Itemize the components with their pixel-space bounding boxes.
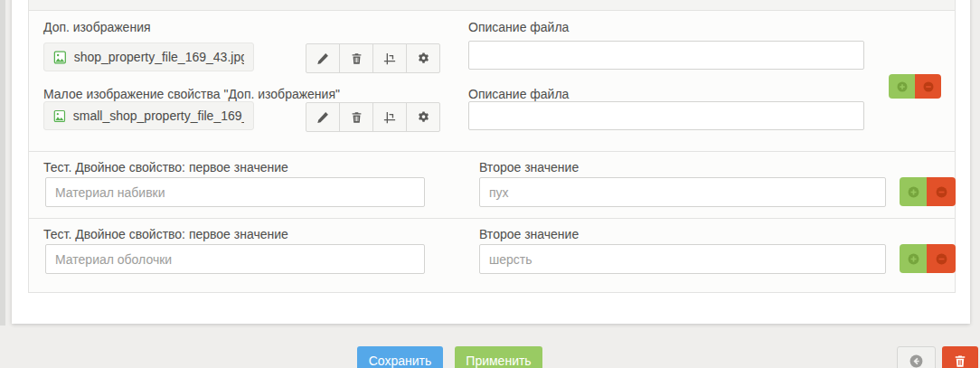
delete-file-button[interactable]	[339, 43, 373, 73]
remove-value-button[interactable]	[915, 74, 941, 99]
pencil-icon	[316, 52, 329, 65]
edit-file-button[interactable]	[306, 43, 340, 73]
second-value-input[interactable]	[479, 244, 886, 274]
file-toolbar	[306, 43, 440, 73]
delete-object-button[interactable]	[942, 346, 978, 368]
arrow-circle-left-icon	[909, 354, 924, 368]
first-value-label: Тест. Двойное свойство: первое значение	[43, 160, 288, 175]
file-row-controls	[889, 74, 941, 99]
sidebar-edge	[0, 0, 5, 326]
trash-icon	[954, 354, 966, 368]
crop-file-button[interactable]	[372, 102, 407, 132]
file-description-label: Описание файла	[468, 20, 569, 34]
file-name: small_shop_property_file_169_...	[73, 109, 244, 123]
file-description-label: Описание файла	[468, 87, 569, 101]
file-description-input[interactable]	[468, 101, 864, 130]
apply-button[interactable]: Применить	[455, 346, 542, 368]
plus-circle-icon	[896, 80, 909, 93]
back-button[interactable]	[897, 346, 936, 368]
crop-file-button[interactable]	[372, 43, 407, 73]
crop-icon	[383, 111, 396, 124]
minus-circle-icon	[922, 80, 935, 93]
file-toolbar	[306, 102, 440, 132]
pencil-icon	[316, 111, 329, 124]
second-value-label: Второе значение	[479, 227, 579, 241]
row-controls	[900, 244, 956, 273]
gear-icon	[417, 110, 430, 124]
first-value-label: Тест. Двойное свойство: первое значение	[43, 227, 288, 241]
trash-icon	[351, 111, 363, 124]
delete-file-button[interactable]	[339, 102, 373, 132]
first-value-input[interactable]	[45, 244, 425, 274]
file-chip[interactable]: shop_property_file_169_43.jpg	[43, 42, 254, 71]
gear-icon	[417, 52, 430, 65]
remove-value-button[interactable]	[927, 177, 956, 206]
row-controls	[900, 177, 956, 206]
properties-panel: Доп. изображения shop_property_file_169_…	[28, 0, 956, 293]
add-value-button[interactable]	[900, 177, 927, 206]
file-description-input[interactable]	[468, 41, 864, 70]
add-value-button[interactable]	[900, 244, 927, 273]
add-value-button[interactable]	[889, 74, 915, 99]
double-property-row: Тест. Двойное свойство: первое значение …	[29, 218, 955, 290]
file-property-section: Доп. изображения shop_property_file_169_…	[29, 10, 955, 151]
trash-icon	[351, 52, 363, 65]
file-row-label: Малое изображение свойства "Доп. изображ…	[43, 87, 340, 101]
previous-section-edge	[29, 0, 955, 10]
plus-circle-icon	[907, 185, 920, 199]
first-value-input[interactable]	[45, 177, 425, 207]
file-name: shop_property_file_169_43.jpg	[74, 50, 244, 64]
image-file-icon	[53, 51, 67, 64]
image-file-icon	[53, 109, 66, 123]
double-property-row: Тест. Двойное свойство: первое значение …	[29, 151, 955, 218]
minus-circle-icon	[935, 252, 948, 266]
settings-file-button[interactable]	[406, 102, 440, 132]
file-chip[interactable]: small_shop_property_file_169_...	[43, 101, 254, 130]
plus-circle-icon	[907, 252, 920, 266]
minus-circle-icon	[935, 185, 948, 199]
remove-value-button[interactable]	[927, 244, 956, 273]
settings-file-button[interactable]	[406, 43, 440, 73]
crop-icon	[383, 52, 396, 65]
file-row-label: Доп. изображения	[43, 20, 151, 34]
edit-file-button[interactable]	[306, 102, 340, 132]
second-value-label: Второе значение	[479, 160, 579, 175]
save-button[interactable]: Сохранить	[357, 346, 443, 368]
second-value-input[interactable]	[479, 177, 886, 207]
